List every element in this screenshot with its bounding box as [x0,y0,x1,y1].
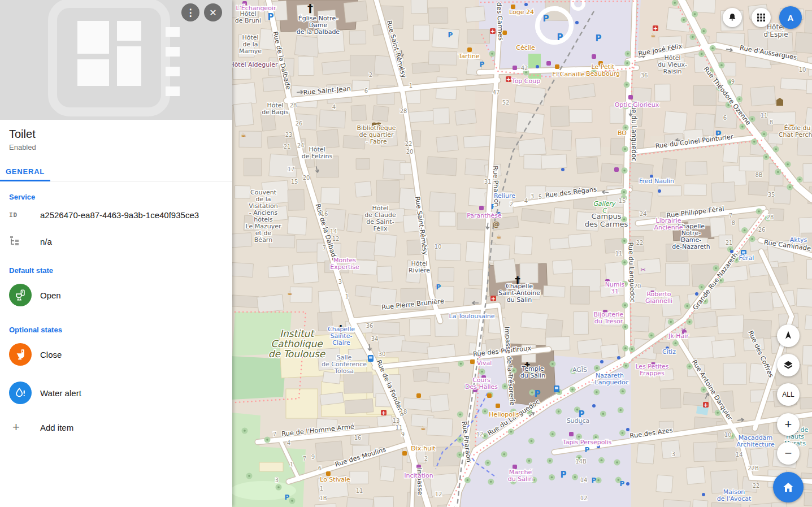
house-number: 7 [303,456,306,462]
building [414,25,430,40]
building [433,108,449,124]
house-number: 8 [732,220,735,226]
building [576,157,598,174]
building [666,263,690,286]
building [655,84,671,101]
state-open-row[interactable]: Open [0,276,232,314]
generic-poi-icon [626,428,629,431]
house-number: 34 [371,336,379,342]
tree-icon [624,304,626,306]
more-options-button[interactable]: ⋮ [181,3,199,21]
building [411,0,427,14]
building [290,287,312,303]
shop-poi-icon [569,432,574,436]
poi-label: BO [618,129,627,137]
notifications-button[interactable] [723,8,742,27]
tree-icon [525,71,527,73]
poi-label: Féral [739,254,754,262]
house-number: 14 [580,477,588,483]
building [349,31,366,44]
food-poi-icon [496,404,500,408]
building [432,28,459,49]
tree-icon [597,479,600,482]
bell-icon [727,12,737,23]
house-number: 7 [729,213,732,219]
bicycle-parking-icon: P [285,493,290,501]
building [601,344,619,358]
tree-icon [616,461,618,463]
building [344,1,368,23]
street-label: Rue du Languedoc [630,101,638,162]
house-number: 9 [311,454,315,460]
tree-icon [578,436,580,438]
generic-poi-icon [600,360,603,363]
tree-icon [753,141,755,143]
health-poi-icon: + [381,410,386,416]
apps-grid-button[interactable] [752,8,771,27]
poi-label: LibrairieAncienne [654,217,683,231]
house-number: 3 [531,193,534,200]
building [468,270,483,285]
building [439,212,456,227]
all-label: ALL [782,391,794,398]
compass-button[interactable] [777,324,800,347]
layers-button[interactable] [777,354,800,376]
poi-label: El Canaille [552,71,585,78]
tree-icon [459,439,461,441]
building [806,259,812,279]
food-poi-icon [402,451,407,456]
avatar[interactable]: A [779,6,802,29]
building [712,339,736,358]
building [428,51,457,65]
zoom-in-button[interactable]: + [777,413,800,436]
generic-poi-icon [561,168,565,171]
house-number: 10 [724,432,732,438]
house-number: 14 [330,228,337,235]
house-number: 11 [396,424,403,431]
zoom-out-button[interactable]: − [777,442,800,465]
tree-icon [624,148,626,150]
tab-general[interactable]: GENERAL [0,162,50,181]
parking-icon: P [561,470,567,480]
tree-icon [777,171,779,173]
building [376,180,400,203]
building [550,106,570,127]
tree-icon [765,156,767,158]
state-water-alert-row[interactable]: Water alert [0,374,232,412]
house-number: 5 [539,194,542,200]
tree-icon [692,36,694,38]
add-item-row[interactable]: + Add item [0,412,232,443]
house-number: 3 [338,279,342,285]
map-svg[interactable]: PPPPPPPPPPPPPPPP☕☕☕☕☕@†††††++++++✂✂ Rue … [232,0,812,507]
house-number: 1B [319,495,327,501]
place-label: École duChat Perché [779,124,812,138]
map-canvas[interactable]: PPPPPPPPPPPPPPPP☕☕☕☕☕@†††††++++++✂✂ Rue … [232,0,812,507]
building [803,163,812,182]
tree-icon [730,248,732,250]
generic-poi-icon [536,65,539,68]
generic-poi-icon [626,482,629,486]
poi-label: Aktys [790,236,807,244]
building [298,56,314,75]
section-optional-states: Optional states [0,314,232,335]
museum-icon [776,100,783,106]
layer-filter-all-button[interactable]: ALL [777,383,800,406]
building [628,190,652,212]
tree-icon [798,179,801,181]
cafe-icon: ☕ [650,32,656,39]
close-panel-button[interactable]: ✕ [204,3,222,21]
building [610,106,624,124]
building [377,266,392,282]
shop-poi-icon [614,167,619,172]
tree-icon [622,432,624,434]
building [686,466,705,484]
house-number: 52 [502,99,510,106]
tree-icon [459,454,461,456]
shop-poi-icon [513,66,517,70]
shop-poi-icon [628,95,633,99]
home-button[interactable] [773,472,804,502]
state-close-row[interactable]: Close [0,335,232,374]
food-poi-icon [487,393,492,398]
bicycle-parking-icon: P [585,446,590,454]
building [244,158,262,176]
